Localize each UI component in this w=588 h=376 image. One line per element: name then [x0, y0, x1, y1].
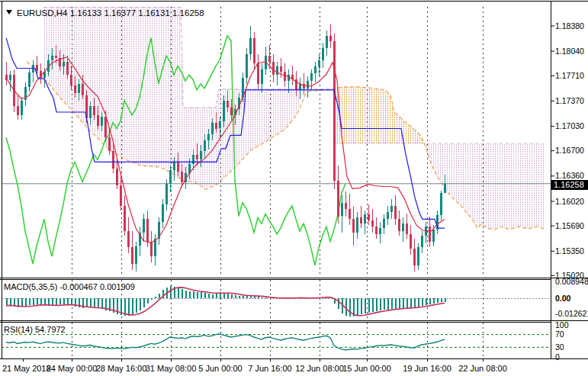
price-axis-label: 1.17710 — [555, 71, 584, 80]
candle-body — [276, 66, 278, 76]
candle-body — [383, 219, 385, 228]
candle-body — [28, 72, 31, 87]
symbol-ohlc-label: EURUSD,H4 1.16133 1.16377 1.16131 1.1625… — [17, 8, 204, 18]
candle-body — [200, 151, 202, 160]
candle-body — [394, 206, 397, 220]
price-axis-label: 1.16360 — [555, 171, 584, 180]
candle-body — [303, 84, 305, 88]
candle-body — [326, 36, 328, 49]
candle-body — [299, 84, 301, 90]
candle-body — [257, 63, 259, 84]
candle-body — [371, 220, 374, 227]
time-axis-label: 28 May 16:00 — [96, 364, 147, 373]
candle-body — [162, 204, 164, 222]
candle-body — [444, 184, 446, 193]
candle-body — [89, 106, 92, 118]
candle-body — [78, 84, 80, 93]
candle-body — [421, 236, 423, 248]
candle-body — [406, 223, 408, 234]
candle-body — [135, 246, 137, 264]
candle-body — [219, 121, 221, 129]
candle-body — [379, 228, 381, 234]
candle-body — [253, 38, 255, 63]
candle-body — [21, 101, 23, 116]
candle-body — [375, 227, 378, 234]
price-axis-label: 1.17030 — [555, 121, 584, 130]
candle-body — [112, 151, 114, 169]
rsi-label: RSI(14) 54.7972 — [4, 325, 66, 334]
candle-body — [150, 242, 153, 257]
price-axis-label: 1.15350 — [555, 246, 584, 255]
candle-body — [120, 185, 122, 206]
candle-body — [17, 106, 19, 115]
candle-body — [66, 62, 69, 76]
rsi-scale-label: 70 — [555, 329, 564, 339]
chart-canvas[interactable]: 1.183801.180401.177101.173701.170301.167… — [0, 0, 588, 376]
candle-body — [181, 172, 183, 182]
candle-body — [165, 184, 168, 204]
rsi-scale-label: 0 — [555, 352, 560, 362]
time-axis-label: 19 Jun 16:00 — [403, 364, 451, 373]
candle-body — [272, 62, 275, 76]
current-price-tag: 1.16258 — [551, 180, 588, 190]
price-axis-label: 1.18040 — [555, 47, 584, 56]
candle-body — [398, 219, 400, 231]
candle-body — [93, 106, 95, 115]
candle-body — [143, 219, 145, 233]
candle-body — [268, 56, 271, 62]
macd-scale-zero: 0.00 — [555, 294, 571, 303]
candle-body — [177, 162, 179, 172]
price-axis-label: 1.15690 — [555, 221, 584, 230]
candle-body — [223, 101, 225, 121]
candle-body — [36, 65, 38, 71]
time-axis-label: 31 May 08:00 — [146, 364, 197, 373]
time-axis-label: 21 May 2018 — [2, 364, 51, 373]
candle-body — [97, 115, 99, 126]
candle-body — [192, 155, 194, 165]
rsi-scale-label: 30 — [555, 342, 564, 352]
candle-body — [9, 75, 11, 80]
macd-scale-min: -0.012621 — [555, 309, 588, 318]
candle-body — [204, 140, 206, 151]
candle-body — [390, 206, 393, 212]
candle-body — [131, 247, 133, 263]
macd-scale-max: 0.008948 — [555, 277, 588, 286]
candle-body — [410, 234, 412, 249]
candle-body — [349, 209, 351, 220]
candle-body — [101, 117, 103, 126]
candle-body — [82, 84, 84, 95]
candle-body — [246, 54, 248, 78]
candle-body — [249, 38, 252, 54]
candle-body — [417, 247, 419, 265]
trading-chart-window: 1.183801.180401.177101.173701.170301.167… — [0, 0, 588, 376]
candle-body — [322, 48, 324, 60]
candle-body — [24, 87, 27, 100]
candle-body — [364, 214, 366, 224]
candle-body — [413, 249, 416, 265]
candle-body — [333, 41, 336, 181]
time-axis-label: 24 May 00:00 — [47, 364, 98, 373]
time-axis-label: 12 Jun 08:00 — [295, 364, 344, 373]
candle-body — [360, 217, 362, 223]
candle-body — [211, 123, 214, 135]
candle-body — [329, 36, 332, 41]
rsi-header: RSI(14) 54.7972 — [4, 325, 66, 334]
candle-body — [387, 212, 389, 220]
price-axis-label: 1.16020 — [555, 197, 584, 206]
candle-body — [280, 66, 282, 72]
candle-body — [146, 219, 149, 241]
macd-label: MACD(5,35,5) -0.000467 0.001909 — [4, 282, 135, 291]
candle-body — [173, 162, 175, 170]
candle-body — [288, 75, 290, 81]
price-axis-label: 1.16700 — [555, 146, 584, 155]
candle-body — [429, 227, 431, 242]
macd-header: MACD(5,35,5) -0.000467 0.001909 — [4, 282, 135, 291]
price-tag-value: 1.16258 — [554, 180, 584, 189]
candle-body — [227, 101, 229, 108]
candle-body — [108, 137, 111, 151]
symbol-header: EURUSD,H4 1.16133 1.16377 1.16131 1.1625… — [6, 8, 204, 18]
candle-body — [215, 123, 217, 129]
candle-body — [116, 169, 118, 185]
candle-body — [310, 73, 313, 81]
candle-body — [318, 60, 320, 66]
